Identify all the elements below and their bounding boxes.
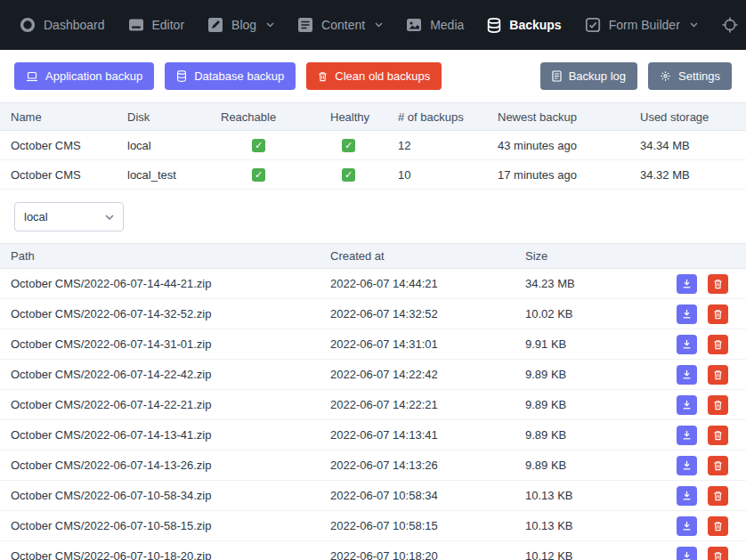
disk-row: October CMSlocal✓✓1243 minutes ago34.34 …	[0, 131, 746, 160]
backup-actions-cell	[673, 304, 728, 324]
toolbar-right-group: Backup log Settings	[540, 62, 732, 90]
disk-name-cell: October CMS	[11, 139, 127, 152]
backup-actions-cell	[673, 516, 728, 536]
backup-actions-cell	[673, 547, 728, 560]
media-icon	[406, 17, 422, 33]
download-backup-button[interactable]	[677, 516, 697, 536]
backup-row: October CMS/2022-06-07-14-44-21.zip2022-…	[0, 269, 746, 299]
trash-icon	[713, 279, 723, 289]
backup-row: October CMS/2022-06-07-14-13-41.zip2022-…	[0, 420, 746, 450]
backup-size-cell: 9.89 KB	[525, 398, 673, 411]
nav-item-content[interactable]: Content	[297, 17, 383, 33]
delete-backup-button[interactable]	[708, 304, 728, 324]
nav-label: Media	[430, 18, 464, 32]
delete-backup-button[interactable]	[708, 456, 728, 475]
disk-used-storage-cell: 34.34 MB	[640, 139, 735, 152]
backup-row: October CMS/2022-06-07-14-32-52.zip2022-…	[0, 299, 746, 329]
delete-backup-button[interactable]	[708, 547, 728, 560]
laptop-icon	[26, 71, 38, 82]
delete-backup-button[interactable]	[708, 395, 728, 415]
disk-select[interactable]: local	[14, 202, 124, 231]
delete-backup-button[interactable]	[708, 335, 728, 354]
application-backup-label: Application backup	[45, 69, 142, 83]
blog-icon	[207, 17, 223, 33]
backup-created-cell: 2022-06-07 10:58:34	[330, 489, 525, 502]
chevron-down-icon	[266, 22, 274, 28]
download-backup-button[interactable]	[677, 426, 697, 445]
download-backup-button[interactable]	[677, 304, 697, 324]
nav-right-group	[721, 9, 746, 41]
download-icon	[682, 369, 692, 379]
backup-row: October CMS/2022-06-07-10-18-20.zip2022-…	[0, 541, 746, 560]
backup-log-button[interactable]: Backup log	[540, 62, 637, 90]
backup-path-cell: October CMS/2022-06-07-10-58-15.zip	[11, 519, 330, 532]
nav-item-form-builder[interactable]: Form Builder	[585, 17, 698, 33]
col-healthy: Healthy	[330, 110, 398, 124]
crosshair-icon[interactable]	[721, 16, 739, 34]
nav-item-dashboard[interactable]: Dashboard	[20, 17, 105, 33]
delete-backup-button[interactable]	[708, 274, 728, 294]
download-backup-button[interactable]	[677, 365, 697, 385]
nav-item-media[interactable]: Media	[406, 17, 464, 33]
download-backup-button[interactable]	[677, 335, 697, 354]
delete-backup-button[interactable]	[708, 516, 728, 536]
dashboard-icon	[20, 17, 36, 33]
nav-label: Form Builder	[609, 18, 680, 32]
backup-actions-cell	[673, 274, 728, 294]
delete-backup-button[interactable]	[708, 426, 728, 445]
col-reachable: Reachable	[221, 110, 330, 124]
backup-path-cell: October CMS/2022-06-07-14-22-21.zip	[11, 398, 330, 411]
backup-path-cell: October CMS/2022-06-07-10-58-34.zip	[11, 489, 330, 502]
disk-healthy-cell: ✓	[330, 167, 398, 182]
nav-label: Editor	[152, 18, 185, 32]
trash-icon	[713, 430, 723, 441]
nav-label: Dashboard	[44, 18, 105, 32]
download-backup-button[interactable]	[677, 395, 697, 415]
download-icon	[682, 279, 692, 288]
delete-backup-button[interactable]	[708, 486, 728, 506]
trash-icon	[713, 400, 723, 410]
trash-icon	[713, 491, 723, 501]
download-backup-button[interactable]	[677, 486, 697, 506]
backup-created-cell: 2022-06-07 14:22:42	[330, 368, 525, 381]
download-backup-button[interactable]	[677, 274, 697, 294]
download-backup-button[interactable]	[677, 547, 697, 560]
nav-item-backups[interactable]: Backups	[487, 18, 561, 33]
clean-old-backups-button[interactable]: Clean old backups	[306, 62, 442, 90]
nav-item-editor[interactable]: Editor	[128, 17, 185, 33]
backups-table-body: October CMS/2022-06-07-14-44-21.zip2022-…	[0, 269, 746, 560]
download-icon	[682, 460, 692, 470]
col-size: Size	[525, 249, 673, 263]
disk-select-value: local	[24, 210, 48, 223]
disks-table-body: October CMSlocal✓✓1243 minutes ago34.34 …	[0, 131, 746, 190]
disk-newest-backup-cell: 43 minutes ago	[498, 139, 640, 152]
backup-actions-cell	[673, 395, 728, 415]
settings-button[interactable]: Settings	[648, 62, 732, 90]
disk-reachable-cell: ✓	[221, 138, 330, 152]
backup-log-label: Backup log	[569, 69, 626, 83]
check-icon: ✓	[252, 139, 265, 152]
delete-backup-button[interactable]	[708, 365, 728, 385]
check-icon: ✓	[342, 168, 355, 182]
database-backup-label: Database backup	[194, 69, 284, 83]
col-name: Name	[11, 110, 127, 124]
backup-actions-cell	[673, 456, 728, 475]
nav-item-blog[interactable]: Blog	[207, 17, 274, 33]
disk-used-storage-cell: 34.32 MB	[640, 168, 735, 182]
backup-path-cell: October CMS/2022-06-07-14-22-42.zip	[11, 368, 330, 381]
backup-row: October CMS/2022-06-07-14-13-26.zip2022-…	[0, 450, 746, 481]
col-disk: Disk	[127, 110, 221, 124]
col-created-at: Created at	[330, 249, 525, 263]
backup-size-cell: 10.13 KB	[525, 489, 673, 502]
backup-created-cell: 2022-06-07 14:13:26	[330, 459, 525, 472]
backups-table-header: Path Created at Size	[0, 243, 746, 269]
download-icon	[682, 551, 692, 560]
database-backup-button[interactable]: Database backup	[165, 62, 296, 90]
col-path: Path	[11, 249, 330, 263]
trash-icon	[713, 551, 723, 560]
backup-path-cell: October CMS/2022-06-07-14-31-01.zip	[11, 337, 330, 351]
download-backup-button[interactable]	[677, 456, 697, 475]
backup-size-cell: 9.89 KB	[525, 368, 673, 381]
disk-healthy-cell: ✓	[330, 138, 398, 152]
application-backup-button[interactable]: Application backup	[14, 62, 154, 90]
